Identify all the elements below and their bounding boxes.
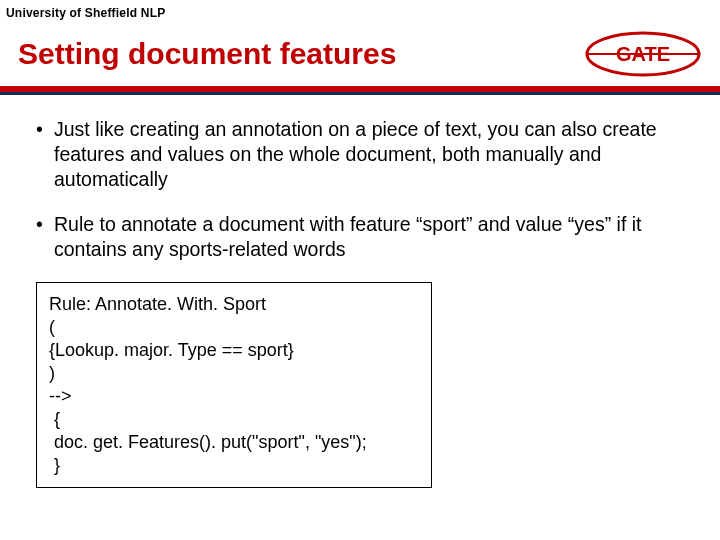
- title-row: Setting document features GATE: [0, 24, 720, 86]
- code-line: {Lookup. major. Type == sport}: [49, 339, 419, 362]
- code-box: Rule: Annotate. With. Sport ( {Lookup. m…: [36, 282, 432, 488]
- org-label: University of Sheffield NLP: [0, 0, 720, 24]
- code-line: -->: [49, 385, 419, 408]
- bullet-item: • Just like creating an annotation on a …: [34, 117, 686, 192]
- logo-text: GATE: [616, 43, 670, 65]
- bullet-item: • Rule to annotate a document with featu…: [34, 212, 686, 262]
- bullet-text: Just like creating an annotation on a pi…: [54, 117, 686, 192]
- content-area: • Just like creating an annotation on a …: [0, 95, 720, 488]
- code-line: ): [49, 362, 419, 385]
- code-line: {: [49, 408, 419, 431]
- gate-logo: GATE: [584, 30, 702, 78]
- code-line: (: [49, 316, 419, 339]
- bullet-dot: •: [34, 117, 54, 192]
- code-line: doc. get. Features(). put("sport", "yes"…: [49, 431, 419, 454]
- slide-title: Setting document features: [18, 37, 396, 71]
- code-line: }: [49, 454, 419, 477]
- bullet-dot: •: [34, 212, 54, 262]
- bullet-text: Rule to annotate a document with feature…: [54, 212, 686, 262]
- code-line: Rule: Annotate. With. Sport: [49, 293, 419, 316]
